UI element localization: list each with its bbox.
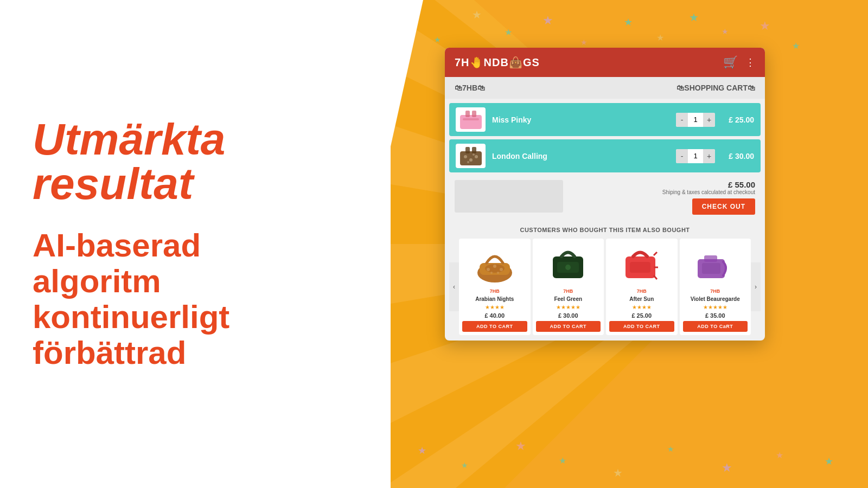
qty-decrease-2[interactable]: - bbox=[676, 149, 688, 163]
subheading-line-2: algoritm bbox=[33, 264, 358, 299]
product-price-1: £ 40.00 bbox=[484, 312, 505, 319]
add-to-cart-button-1[interactable]: ADD TO CART bbox=[462, 321, 527, 332]
app-header: 7H🤚NDB👜GS 🛒 ⋮ bbox=[445, 48, 765, 77]
product-card: 7HB Feel Green ★★★★★ £ 30.00 ADD TO CART bbox=[533, 239, 604, 335]
app-header-icons: 🛒 ⋮ bbox=[723, 55, 755, 69]
product-brand-2: 7HB bbox=[563, 288, 573, 294]
svg-point-19 bbox=[464, 155, 467, 158]
cart-item: London Calling - 1 + £ 30.00 bbox=[449, 139, 761, 172]
product-price-4: £ 35.00 bbox=[705, 312, 725, 319]
bag-icon: 👜 bbox=[509, 56, 523, 68]
product-stars-4: ★★★★★ bbox=[703, 304, 727, 310]
svg-rect-13 bbox=[465, 111, 470, 117]
add-to-cart-button-2[interactable]: ADD TO CART bbox=[536, 321, 601, 332]
svg-point-30 bbox=[490, 272, 493, 274]
products-carousel: ‹ bbox=[449, 239, 761, 335]
also-bought-title: CUSTOMERS WHO BOUGHT THIS ITEM ALSO BOUG… bbox=[449, 227, 761, 233]
svg-line-36 bbox=[654, 252, 657, 255]
svg-rect-39 bbox=[630, 262, 650, 273]
product-card: 7HB Violet Beauregarde ★★★★★ £ 35.00 ADD… bbox=[680, 239, 751, 335]
carousel-next-arrow[interactable]: › bbox=[751, 262, 761, 311]
svg-rect-15 bbox=[463, 118, 479, 120]
svg-rect-14 bbox=[472, 111, 476, 117]
svg-point-34 bbox=[565, 265, 571, 270]
subheading-line-3: kontinuerligt bbox=[33, 299, 358, 335]
qty-increase-1[interactable]: + bbox=[703, 113, 715, 127]
qty-control-1[interactable]: - 1 + bbox=[676, 113, 715, 127]
product-image-london-calling bbox=[456, 144, 486, 168]
product-brand-3: 7HB bbox=[637, 288, 647, 294]
total-price: £ 55.00 bbox=[662, 180, 755, 189]
product-image-arabian-nights bbox=[469, 243, 520, 286]
cart-item-name-1: Miss Pinky bbox=[492, 115, 669, 124]
product-image-feel-green bbox=[542, 243, 594, 286]
hand-icon: 🤚 bbox=[470, 56, 484, 68]
product-image-violet-beauregarde bbox=[690, 243, 741, 286]
triangle-divider bbox=[315, 0, 423, 488]
svg-point-28 bbox=[493, 265, 496, 268]
product-image-after-sun bbox=[616, 243, 667, 286]
cart-section-header: 🛍7HB🛍 🛍SHOPPING CART🛍 bbox=[445, 77, 765, 99]
subheading-line-4: förbättrad bbox=[33, 335, 358, 371]
taxes-note: Shiping & taxes calculated at checkout bbox=[662, 189, 755, 195]
cart-item-price-2: £ 30.00 bbox=[722, 152, 754, 160]
svg-rect-41 bbox=[702, 263, 720, 274]
product-name-1: Arabian Nights bbox=[475, 296, 514, 302]
product-price-3: £ 25.00 bbox=[631, 312, 652, 319]
carousel-prev-arrow[interactable]: ‹ bbox=[449, 262, 459, 311]
qty-decrease-1[interactable]: - bbox=[676, 113, 688, 127]
checkout-button[interactable]: CHECK OUT bbox=[692, 198, 755, 215]
product-brand-1: 7HB bbox=[490, 288, 500, 294]
add-to-cart-button-4[interactable]: ADD TO CaRT bbox=[683, 321, 748, 332]
product-name-3: After Sun bbox=[629, 296, 654, 302]
svg-rect-12 bbox=[460, 115, 482, 129]
svg-point-29 bbox=[500, 268, 503, 271]
product-card: 7HB Arabian Nights ★★★★ £ 40.00 ADD TO C… bbox=[459, 239, 531, 335]
cart-icon[interactable]: 🛒 bbox=[723, 55, 738, 69]
more-options-icon[interactable]: ⋮ bbox=[745, 56, 755, 68]
cart-item: Miss Pinky - 1 + £ 25.00 bbox=[449, 103, 761, 136]
product-name-2: Feel Green bbox=[554, 296, 582, 302]
cart-item-name-2: London Calling bbox=[492, 152, 669, 160]
also-bought-section: CUSTOMERS WHO BOUGHT THIS ITEM ALSO BOUG… bbox=[445, 220, 765, 341]
main-heading: Utmärkta resultat bbox=[33, 117, 358, 206]
svg-rect-18 bbox=[472, 147, 476, 153]
svg-point-21 bbox=[475, 155, 478, 158]
svg-rect-42 bbox=[704, 255, 717, 262]
cart-item-price-1: £ 25.00 bbox=[722, 115, 754, 124]
cart-brand-label: 🛍7HB🛍 bbox=[455, 84, 485, 92]
cart-summary: £ 55.00 Shiping & taxes calculated at ch… bbox=[445, 177, 765, 220]
app-mockup: 7H🤚NDB👜GS 🛒 ⋮ 🛍7HB🛍 🛍SHOPPING CART🛍 Miss… bbox=[445, 48, 765, 341]
qty-control-2[interactable]: - 1 + bbox=[676, 149, 715, 163]
qty-value-1: 1 bbox=[688, 113, 703, 127]
checkout-section: £ 55.00 Shiping & taxes calculated at ch… bbox=[662, 180, 755, 215]
qty-increase-2[interactable]: + bbox=[703, 149, 715, 163]
product-name-4: Violet Beauregarde bbox=[691, 296, 740, 302]
product-card: 7HB After Sun ★★★★ £ 25.00 ADD TO CART bbox=[606, 239, 678, 335]
add-to-cart-button-3[interactable]: ADD TO CART bbox=[609, 321, 674, 332]
svg-rect-17 bbox=[465, 147, 470, 153]
product-image-miss-pinky bbox=[456, 107, 486, 132]
coupon-input[interactable] bbox=[455, 180, 563, 213]
product-stars-1: ★★★★ bbox=[485, 304, 505, 310]
qty-value-2: 1 bbox=[688, 149, 703, 163]
sub-heading: AI-baserad algoritm kontinuerligt förbät… bbox=[33, 228, 358, 371]
svg-point-20 bbox=[469, 158, 473, 162]
svg-point-27 bbox=[487, 268, 490, 271]
svg-point-23 bbox=[473, 153, 475, 156]
product-stars-3: ★★★★ bbox=[632, 304, 652, 310]
product-stars-2: ★★★★★ bbox=[556, 304, 580, 310]
app-logo: 7H🤚NDB👜GS bbox=[455, 56, 540, 69]
product-brand-4: 7HB bbox=[710, 288, 720, 294]
cart-title-label: 🛍SHOPPING CART🛍 bbox=[676, 84, 755, 92]
svg-point-22 bbox=[467, 161, 469, 163]
cart-items-list: Miss Pinky - 1 + £ 25.00 bbox=[445, 99, 765, 177]
products-grid: 7HB Arabian Nights ★★★★ £ 40.00 ADD TO C… bbox=[459, 239, 751, 335]
svg-point-31 bbox=[497, 272, 499, 274]
product-price-2: £ 30.00 bbox=[558, 312, 578, 319]
subheading-line-1: AI-baserad bbox=[33, 228, 358, 264]
